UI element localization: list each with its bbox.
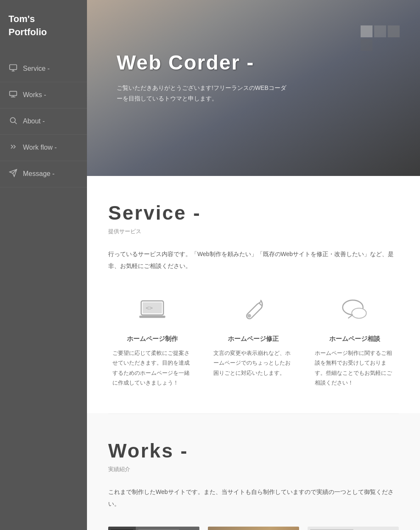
sidebar-item-workflow[interactable]: Work flow -	[0, 135, 87, 161]
hero-section: Web Corder - ご覧いただきありがとうございます!フリーランスのWEB…	[87, 0, 420, 176]
svg-rect-0	[10, 64, 17, 70]
sidebar-item-works[interactable]: Works -	[0, 82, 87, 109]
main-content: Web Corder - ご覧いただきありがとうございます!フリーランスのWEB…	[87, 0, 420, 530]
service-card-consult-desc: ホームページ制作に関するご相談を無料でお受けしております。些細なことでもお気軽に…	[315, 348, 395, 388]
service-card-consult: ホームページ相談 ホームページ制作に関するご相談を無料でお受けしております。些細…	[311, 293, 399, 396]
hero-content: Web Corder - ご覧いただきありがとうございます!フリーランスのWEB…	[87, 0, 420, 117]
search-icon	[8, 116, 18, 127]
service-subtitle: 提供サービス	[108, 228, 399, 235]
svg-line-16	[259, 303, 262, 306]
paper-plane-icon	[8, 169, 18, 179]
service-cards: <> ホームページ制作 ご要望に応じて柔軟にご提案させていただきます。目的を達成…	[108, 293, 399, 396]
service-card-creation-desc: ご要望に応じて柔軟にご提案させていただきます。目的を達成するためのホームページを…	[112, 348, 192, 388]
sidebar-nav: Service - Works - About -	[0, 56, 87, 530]
service-card-fix-title: ホームページ修正	[213, 335, 293, 343]
works-item-1[interactable]	[108, 527, 199, 530]
sidebar-logo: Tom's Portfolio	[0, 0, 87, 56]
chat-icon	[315, 297, 395, 329]
svg-point-15	[248, 314, 252, 318]
works-section: Works - 実績紹介 これまで制作したWebサイトです。また、当サイトも自ら…	[87, 414, 420, 530]
sidebar: Tom's Portfolio Service - Works -	[0, 0, 87, 530]
wrench-icon	[213, 297, 293, 329]
chevrons-icon	[8, 142, 18, 153]
service-card-fix-desc: 文言の変更や表示崩れなど、ホームページでのちょっとしたお困りごとに対応いたします…	[213, 348, 293, 378]
service-card-fix: ホームページ修正 文言の変更や表示崩れなど、ホームページでのちょっとしたお困りご…	[209, 293, 297, 396]
service-title: Service -	[108, 201, 399, 224]
service-card-creation: <> ホームページ制作 ご要望に応じて柔軟にご提案させていただきます。目的を達成…	[108, 293, 196, 396]
monitor-icon	[8, 64, 18, 74]
works-item-3[interactable]	[308, 527, 399, 530]
svg-text:<>: <>	[146, 304, 153, 311]
svg-line-7	[15, 122, 17, 124]
svg-rect-3	[10, 91, 17, 95]
service-card-consult-title: ホームページ相談	[315, 335, 395, 343]
laptop-icon: <>	[112, 297, 192, 329]
sidebar-item-service[interactable]: Service -	[0, 56, 87, 82]
service-section: Service - 提供サービス 行っているサービス内容です。「Web制作を頼み…	[87, 176, 420, 413]
service-description: 行っているサービス内容です。「Web制作を頼みたい」「既存のWebサイトを修正・…	[108, 248, 399, 272]
hero-title: Web Corder -	[117, 51, 399, 74]
svg-rect-13	[140, 316, 165, 318]
works-subtitle: 実績紹介	[108, 466, 399, 473]
desktop-icon	[8, 90, 18, 100]
svg-line-19	[348, 315, 353, 318]
works-description: これまで制作したWebサイトです。また、当サイトも自ら制作していますので実績の一…	[108, 486, 399, 510]
works-grid	[108, 527, 399, 530]
service-card-creation-title: ホームページ制作	[112, 335, 192, 343]
svg-point-18	[352, 308, 366, 318]
works-item-2[interactable]	[208, 527, 299, 530]
sidebar-item-message[interactable]: Message -	[0, 161, 87, 187]
hero-description: ご覧いただきありがとうございます!フリーランスのWEBコーダーを目指しているトウ…	[117, 83, 286, 104]
svg-point-6	[10, 117, 15, 123]
works-title: Works -	[108, 439, 399, 462]
sidebar-item-about[interactable]: About -	[0, 109, 87, 135]
